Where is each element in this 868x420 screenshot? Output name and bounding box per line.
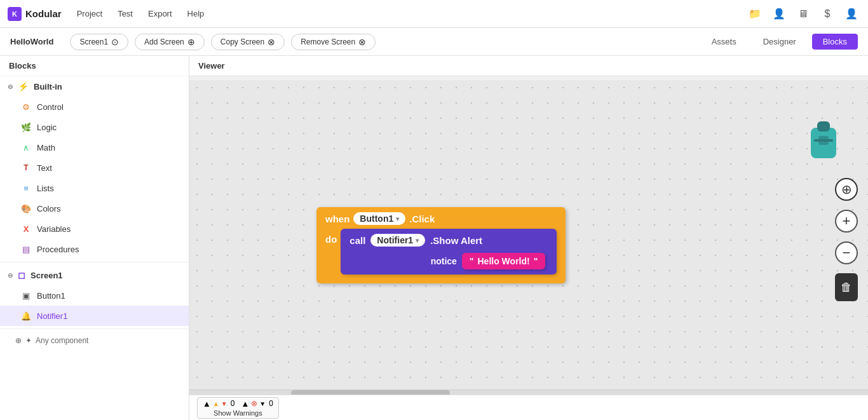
notice-row: notice " Hello World! " <box>349 253 548 269</box>
trash-icon: 🗑 <box>841 281 852 294</box>
nav-help[interactable]: Help <box>187 9 205 18</box>
target-button[interactable]: ⊕ <box>835 178 858 201</box>
blocks-label: Blocks <box>0 56 189 76</box>
companion-icon[interactable]: 👤 <box>770 5 788 23</box>
control-icon: ⚙ <box>20 101 32 112</box>
builtin-section-header[interactable]: ⊖ ⚡ Built-in <box>0 76 189 97</box>
notifier-dropdown-icon: ▾ <box>416 237 419 244</box>
event-name: .Click <box>409 213 435 224</box>
sidebar-item-button1-label: Button1 <box>37 291 65 301</box>
sidebar-item-button1[interactable]: ▣ Button1 <box>0 285 189 306</box>
add-screen-button[interactable]: Add Screen ⊕ <box>135 34 205 50</box>
copy-screen-icon: ⊗ <box>268 37 275 47</box>
call-block[interactable]: call Notifier1 ▾ .Show Alert notice <box>341 229 557 274</box>
sidebar-divider-2 <box>0 329 189 329</box>
screen-icon[interactable]: 🖥 <box>794 5 812 23</box>
sidebar-item-logic[interactable]: 🌿 Logic <box>0 117 189 137</box>
zoom-in-icon: + <box>843 213 851 229</box>
blocks-tab[interactable]: Blocks <box>812 34 858 50</box>
show-warnings-section[interactable]: ▲ ▲ ▼ 0 ▲ ⊗ ▼ 0 Show Warnings <box>197 397 279 419</box>
bottom-bar: ▲ ▲ ▼ 0 ▲ ⊗ ▼ 0 Show Warnings <box>189 395 868 420</box>
logo-icon: K <box>8 7 22 21</box>
top-navigation: K Kodular Project Test Export Help 📁 👤 🖥… <box>0 0 868 28</box>
sidebar-item-colors-label: Colors <box>37 204 61 213</box>
event-block-header: when Button1 ▾ .Click <box>325 212 557 225</box>
sidebar-item-notifier1[interactable]: 🔔 Notifier1 <box>0 306 189 326</box>
remove-screen-icon: ⊗ <box>358 37 366 47</box>
sidebar-item-lists-label: Lists <box>37 184 54 193</box>
button1-icon: ▣ <box>20 290 32 301</box>
zoom-out-icon: − <box>843 245 851 261</box>
warn-icons-row: ▲ ▲ ▼ 0 ▲ ⊗ ▼ 0 <box>203 399 273 409</box>
error-icon: ⊗ <box>251 399 257 408</box>
sidebar-item-text[interactable]: T Text <box>0 158 189 178</box>
assets-tab[interactable]: Assets <box>701 34 747 50</box>
sidebar-item-procedures-label: Procedures <box>37 245 79 254</box>
notifier-pill[interactable]: Notifier1 ▾ <box>370 234 425 247</box>
trash-button[interactable]: 🗑 <box>835 273 858 301</box>
notifier1-icon: 🔔 <box>20 310 32 322</box>
sidebar-item-control-label: Control <box>37 102 64 112</box>
nav-test[interactable]: Test <box>118 9 133 18</box>
designer-tab[interactable]: Designer <box>752 34 807 50</box>
math-icon: ∧ <box>20 142 32 153</box>
app-name: HelloWorld <box>10 37 53 46</box>
sidebar-item-control[interactable]: ⚙ Control <box>0 97 189 117</box>
zoom-out-button[interactable]: − <box>835 241 858 264</box>
zoom-in-button[interactable]: + <box>835 210 858 233</box>
lists-icon: ≡ <box>20 182 32 194</box>
colors-icon: 🎨 <box>20 203 32 214</box>
viewer: Viewer when Button1 ▾ .Click <box>189 56 868 420</box>
error-item: ▲ ⊗ ▼ 0 <box>241 399 273 409</box>
folder-icon[interactable]: 📁 <box>746 5 764 23</box>
string-quote-close: " <box>534 256 538 266</box>
sidebar-item-lists[interactable]: ≡ Lists <box>0 178 189 198</box>
sidebar: Blocks ⊖ ⚡ Built-in ⚙ Control 🌿 Logic ∧ … <box>0 56 189 420</box>
brand-logo[interactable]: K Kodular <box>8 7 62 21</box>
notifier-name: Notifier1 <box>377 235 413 245</box>
target-icon: ⊕ <box>841 182 852 197</box>
screen1-section-label: Screen1 <box>31 271 63 280</box>
builtin-section-icon: ⚡ <box>18 81 29 91</box>
viewer-canvas[interactable]: when Button1 ▾ .Click do call <box>189 80 868 420</box>
add-screen-label: Add Screen <box>144 37 184 46</box>
any-component-btn[interactable]: ⊕ ✦ Any component <box>0 332 189 349</box>
component-pill[interactable]: Button1 ▾ <box>353 212 405 225</box>
screen1-section-header[interactable]: ⊖ ◻ Screen1 <box>0 265 189 285</box>
screen1-dropdown-icon: ⊙ <box>111 37 119 47</box>
screen1-section-icon: ◻ <box>18 270 25 280</box>
sidebar-item-procedures[interactable]: ▤ Procedures <box>0 239 189 259</box>
call-block-header: call Notifier1 ▾ .Show Alert <box>349 234 548 247</box>
topnav-icons: 📁 👤 🖥 $ 👤 <box>746 5 860 23</box>
screen1-label: Screen1 <box>79 37 108 46</box>
sidebar-item-math[interactable]: ∧ Math <box>0 137 189 158</box>
dollar-icon[interactable]: $ <box>818 5 836 23</box>
sidebar-item-variables[interactable]: X Variables <box>0 219 189 239</box>
string-block[interactable]: " Hello World! " <box>462 253 545 269</box>
toolbar: HelloWorld Screen1 ⊙ Add Screen ⊕ Copy S… <box>0 28 868 56</box>
string-value: Hello World! <box>478 256 530 266</box>
right-controls: ⊕ + − 🗑 <box>835 131 858 301</box>
blocks-workspace: when Button1 ▾ .Click do call <box>316 207 566 283</box>
any-component-label: Any component <box>36 336 88 345</box>
notice-label: notice <box>431 256 457 266</box>
any-component-star-icon: ✦ <box>25 336 32 345</box>
string-quote-open: " <box>470 256 474 266</box>
event-block[interactable]: when Button1 ▾ .Click do call <box>316 207 566 283</box>
sidebar-item-notifier1-label: Notifier1 <box>37 311 67 321</box>
nav-project[interactable]: Project <box>77 9 102 18</box>
remove-screen-label: Remove Screen <box>301 37 355 46</box>
user-icon[interactable]: 👤 <box>843 5 860 23</box>
screen1-button[interactable]: Screen1 ⊙ <box>70 34 128 50</box>
nav-menu: Project Test Export Help <box>77 9 746 18</box>
view-tabs: Assets Designer Blocks <box>701 34 858 50</box>
copy-screen-label: Copy Screen <box>220 37 264 46</box>
nav-export[interactable]: Export <box>148 9 172 18</box>
copy-screen-button[interactable]: Copy Screen ⊗ <box>211 34 285 50</box>
sidebar-item-colors[interactable]: 🎨 Colors <box>0 198 189 219</box>
remove-screen-button[interactable]: Remove Screen ⊗ <box>291 34 376 50</box>
method-name: .Show Alert <box>430 235 482 246</box>
sidebar-divider-1 <box>0 262 189 262</box>
event-block-do-row: do call Notifier1 ▾ .Show Alert <box>325 229 557 274</box>
builtin-collapse-icon: ⊖ <box>8 83 13 90</box>
